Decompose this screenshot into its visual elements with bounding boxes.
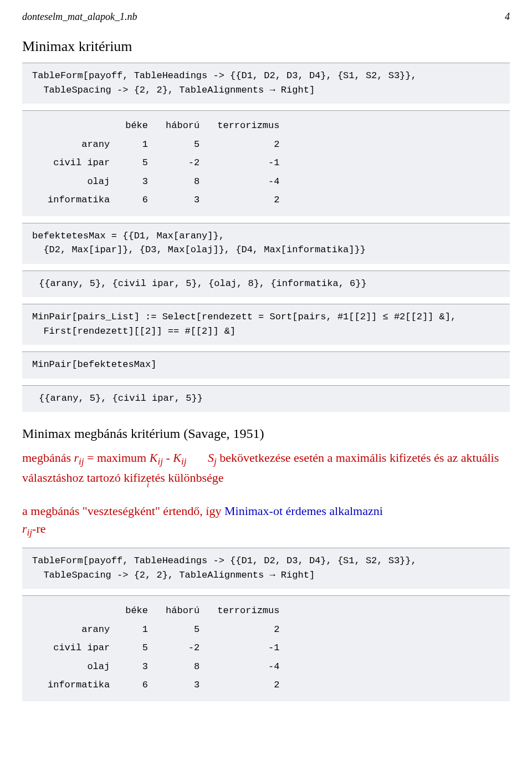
cell: 2 [208,191,288,210]
text: -re [32,522,45,536]
kij-symbol: Kij [150,451,163,465]
output-line: {{arany, 5}, {civil ipar, 5}} [39,391,500,406]
row-header: olaj [39,657,116,676]
code-line: MinPair[pairs_List] := Select[rendezett … [32,310,500,324]
cell: 1 [116,620,157,639]
payoff-table: béke háború terrorizmus arany 1 5 2 civi… [39,601,288,695]
code-line: TableForm[payoff, TableHeadings -> {{D1,… [32,554,500,568]
col-header: háború [157,116,208,135]
rij-symbol: rij [22,522,32,536]
code-line: TableForm[payoff, TableHeadings -> {{D1,… [32,69,500,83]
row-header: civil ipar [39,154,116,172]
row-header: informatika [39,676,116,695]
text: - [163,451,173,465]
filename: donteselm_mat_alapok_1.nb [22,11,137,23]
cell: -2 [157,639,208,657]
cell: -1 [208,154,288,172]
cell: -2 [157,154,208,172]
text: megbánás [22,451,74,465]
cell: 5 [116,639,157,657]
rij-symbol: rij [74,451,84,465]
cell: 2 [208,620,288,639]
cell: -4 [208,172,288,191]
col-header: terrorizmus [208,116,288,135]
cell: 5 [116,154,157,172]
row-header: informatika [39,191,116,210]
table-row: olaj 3 8 -4 [39,657,288,676]
code-cell-minpair-call: MinPair[befektetesMax] [22,351,510,379]
output-table-2: béke háború terrorizmus arany 1 5 2 civi… [22,595,510,701]
section-title-savage: Minimax megbánás kritérium (Savage, 1951… [22,426,510,441]
kij-symbol: Kij [173,451,186,465]
row-header: olaj [39,172,116,191]
row-header: arany [39,620,116,639]
text: Minimax-ot érdemes alkalmazni [224,504,383,518]
table-row: informatika 6 3 2 [39,676,288,695]
megbanas-note: a megbánás "veszteségként" értendő, így … [22,502,510,540]
table-row: arany 1 5 2 [39,135,288,154]
cell: 3 [116,172,157,191]
page-number: 4 [505,11,510,23]
max-subscript: i [147,481,149,489]
cell: 6 [116,676,157,695]
cell: 2 [208,676,288,695]
table-row: civil ipar 5 -2 -1 [39,639,288,657]
code-line: TableSpacing -> {2, 2}, TableAlignments … [32,83,500,98]
table-row: civil ipar 5 -2 -1 [39,154,288,172]
cell: 5 [157,135,208,154]
table-row: olaj 3 8 -4 [39,172,288,191]
code-line: First[rendezett][[2]] == #[[2]] &] [32,324,500,339]
section-title-minimax: Minimax kritérium [22,38,510,55]
text: = maximum [84,451,150,465]
cell: 3 [157,676,208,695]
row-header: civil ipar [39,639,116,657]
cell: 3 [116,657,157,676]
cell: 5 [157,620,208,639]
cell: 1 [116,135,157,154]
col-header: béke [116,116,157,135]
cell: 3 [157,191,208,210]
col-header: háború [157,601,208,620]
cell: -1 [208,639,288,657]
row-header: arany [39,135,116,154]
cell: 6 [116,191,157,210]
code-cell-befektetesmax: befektetesMax = {{D1, Max[arany]}, {D2, … [22,223,510,264]
table-row: informatika 6 3 2 [39,191,288,210]
cell: 2 [208,135,288,154]
cell: -4 [208,657,288,676]
megbanas-definition: megbánás rij = maximum Kij - Kij Sj bekö… [22,449,510,504]
output-line: {{arany, 5}, {civil ipar, 5}, {olaj, 8},… [39,277,500,291]
cell: 8 [157,657,208,676]
payoff-table: béke háború terrorizmus arany 1 5 2 civi… [39,116,288,210]
text: a megbánás "veszteségként" értendő, így [22,504,224,518]
code-line: MinPair[befektetesMax] [32,358,500,372]
table-row: arany 1 5 2 [39,620,288,639]
page-header: donteselm_mat_alapok_1.nb 4 [22,11,510,23]
code-line: {D2, Max[ipar]}, {D3, Max[olaj]}, {D4, M… [32,243,500,257]
code-line: TableSpacing -> {2, 2}, TableAlignments … [32,568,500,583]
code-cell-minpair-def: MinPair[pairs_List] := Select[rendezett … [22,304,510,345]
code-cell-tableform-2: TableForm[payoff, TableHeadings -> {{D1,… [22,548,510,589]
output-befektetesmax: {{arany, 5}, {civil ipar, 5}, {olaj, 8},… [22,271,510,298]
cell: 8 [157,172,208,191]
sj-symbol: Sj [208,451,217,465]
output-minpair: {{arany, 5}, {civil ipar, 5}} [22,385,510,412]
output-table-1: béke háború terrorizmus arany 1 5 2 civi… [22,110,510,216]
code-cell-tableform-1: TableForm[payoff, TableHeadings -> {{D1,… [22,63,510,104]
col-header: terrorizmus [208,601,288,620]
code-line: befektetesMax = {{D1, Max[arany]}, [32,229,500,243]
col-header: béke [116,601,157,620]
